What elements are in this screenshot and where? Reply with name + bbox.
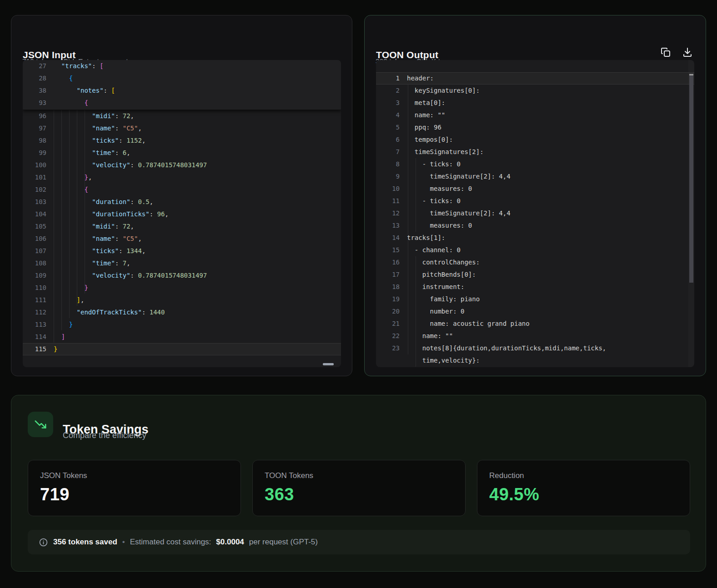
line-number: 102 (23, 184, 46, 196)
code-line[interactable]: 10 measures: 0 (376, 183, 694, 195)
code-text: - ticks: 0 (400, 195, 461, 207)
code-line[interactable]: 108 "time": 7, (23, 257, 341, 269)
code-line[interactable]: 7 timeSignatures[2]: (376, 146, 694, 158)
line-number: 2 (376, 85, 400, 97)
code-line[interactable]: 99 "time": 6, (23, 147, 341, 159)
code-line[interactable]: 115} (23, 343, 341, 355)
code-line[interactable]: time,velocity}: (376, 354, 694, 367)
code-line[interactable]: 20 number: 0 (376, 305, 694, 318)
code-line[interactable]: 98 "ticks": 1152, (23, 135, 341, 147)
code-line[interactable]: 107 "ticks": 1344, (23, 245, 341, 257)
code-line[interactable]: 13 measures: 0 (376, 219, 694, 232)
line-number: 15 (376, 244, 400, 256)
code-line[interactable]: 28 { (23, 72, 341, 85)
stat-label: JSON Tokens (40, 471, 229, 480)
code-line[interactable]: 17 pitchBends[0]: (376, 269, 694, 281)
code-line[interactable]: 15 - channel: 0 (376, 244, 694, 256)
stat-card-toon-tokens: TOON Tokens 363 (252, 460, 466, 516)
code-line[interactable]: 101 }, (23, 171, 341, 184)
code-line[interactable]: 112 "endOfTrackTicks": 1440 (23, 306, 341, 319)
code-line[interactable]: 12 timeSignature[2]: 4,4 (376, 207, 694, 219)
cost-savings-label: Estimated cost savings: (130, 538, 211, 547)
code-text: "midi": 72, (46, 110, 134, 122)
copy-button[interactable] (660, 46, 672, 58)
code-text: timeSignature[2]: 4,4 (400, 207, 511, 219)
code-line[interactable]: 102 { (23, 184, 341, 196)
code-text: time,velocity}: (400, 354, 480, 367)
code-line[interactable]: 18 instrument: (376, 281, 694, 293)
code-text: measures: 0 (400, 219, 472, 232)
line-number: 1 (376, 72, 400, 85)
code-text: "name": "C5", (46, 233, 142, 245)
code-line[interactable]: 103 "duration": 0.5, (23, 196, 341, 208)
code-line[interactable]: 21 name: acoustic grand piano (376, 318, 694, 330)
indent-guide (77, 110, 77, 306)
code-line[interactable]: 2 keySignatures[0]: (376, 85, 694, 97)
code-line[interactable]: 105 "midi": 72, (23, 220, 341, 233)
code-line[interactable]: 8 - ticks: 0 (376, 158, 694, 170)
code-line[interactable]: 106 "name": "C5", (23, 233, 341, 245)
line-number: 107 (23, 245, 46, 257)
line-number: 101 (23, 171, 46, 184)
toon-output-panel: TOON Output 363 tokens • Ctrl+K to copy … (364, 15, 706, 376)
line-number: 112 (23, 306, 46, 319)
line-number: 108 (23, 257, 46, 269)
dot-separator: • (122, 538, 125, 547)
code-line[interactable]: 93 { (23, 97, 341, 109)
code-line[interactable]: 6 tempos[0]: (376, 134, 694, 146)
code-text: - channel: 0 (400, 244, 461, 256)
code-text: instrument: (400, 281, 464, 293)
code-line[interactable]: 100 "velocity": 0.7874015748031497 (23, 159, 341, 171)
code-line[interactable]: 5 ppq: 96 (376, 121, 694, 134)
toon-code-body[interactable]: 1header:2 keySignatures[0]:3 meta[0]:4 n… (376, 72, 694, 367)
code-line[interactable]: 38 "notes": [ (23, 85, 341, 97)
code-line[interactable]: 11 - ticks: 0 (376, 195, 694, 207)
code-line[interactable]: 14tracks[1]: (376, 232, 694, 244)
code-line[interactable]: 96 "midi": 72, (23, 110, 341, 122)
line-number: 13 (376, 219, 400, 232)
code-text: "velocity": 0.7874015748031497 (46, 159, 207, 171)
code-line[interactable]: 97 "name": "C5", (23, 122, 341, 135)
code-line[interactable]: 113 } (23, 319, 341, 331)
code-text: ppq: 96 (400, 121, 441, 134)
horizontal-scrollbar-thumb[interactable] (323, 363, 334, 365)
stat-label: Reduction (489, 471, 678, 480)
code-line[interactable]: 22 name: "" (376, 330, 694, 342)
code-line[interactable]: 19 family: piano (376, 293, 694, 305)
code-line[interactable]: 27 "tracks": [ (23, 60, 341, 72)
line-number: 105 (23, 220, 46, 233)
download-button[interactable] (682, 46, 694, 58)
vertical-scrollbar-thumb[interactable] (689, 74, 693, 283)
code-line[interactable]: 109 "velocity": 0.7874015748031497 (23, 269, 341, 282)
code-text: keySignatures[0]: (400, 85, 480, 97)
code-line[interactable]: 16 controlChanges: (376, 256, 694, 269)
code-line[interactable]: 3 meta[0]: (376, 97, 694, 109)
sticky-scroll-lines[interactable]: 27 "tracks": [28 {38 "notes": [93 { (23, 60, 341, 110)
toon-code-editor[interactable]: 1header:2 keySignatures[0]:3 meta[0]:4 n… (376, 60, 694, 367)
code-line[interactable]: 4 name: "" (376, 109, 694, 121)
code-line[interactable]: 23 notes[8]{duration,durationTicks,midi,… (376, 342, 694, 354)
code-line[interactable]: 111 ], (23, 294, 341, 306)
code-line[interactable]: 110 } (23, 282, 341, 294)
code-text: } (46, 319, 73, 331)
line-number: 111 (23, 294, 46, 306)
indent-guide (85, 110, 85, 294)
toon-toolbar (660, 46, 694, 58)
line-number: 20 (376, 305, 400, 318)
code-line[interactable]: 9 timeSignature[2]: 4,4 (376, 170, 694, 183)
code-text: measures: 0 (400, 183, 472, 195)
json-code-editor[interactable]: 27 "tracks": [28 {38 "notes": [93 { 96 "… (23, 60, 341, 367)
code-line[interactable]: 114 ] (23, 331, 341, 343)
json-code-body[interactable]: 96 "midi": 72,97 "name": "C5",98 "ticks"… (23, 110, 341, 355)
stat-value: 719 (40, 485, 229, 504)
line-number: 103 (23, 196, 46, 208)
stat-cards-row: JSON Tokens 719 TOON Tokens 363 Reductio… (28, 460, 690, 516)
line-number: 14 (376, 232, 400, 244)
indent-guide (408, 85, 408, 354)
line-number: 4 (376, 109, 400, 121)
code-text: timeSignature[2]: 4,4 (400, 170, 511, 183)
line-number: 104 (23, 208, 46, 220)
code-line[interactable]: 104 "durationTicks": 96, (23, 208, 341, 220)
code-line[interactable]: 1header: (376, 72, 694, 85)
line-number: 106 (23, 233, 46, 245)
